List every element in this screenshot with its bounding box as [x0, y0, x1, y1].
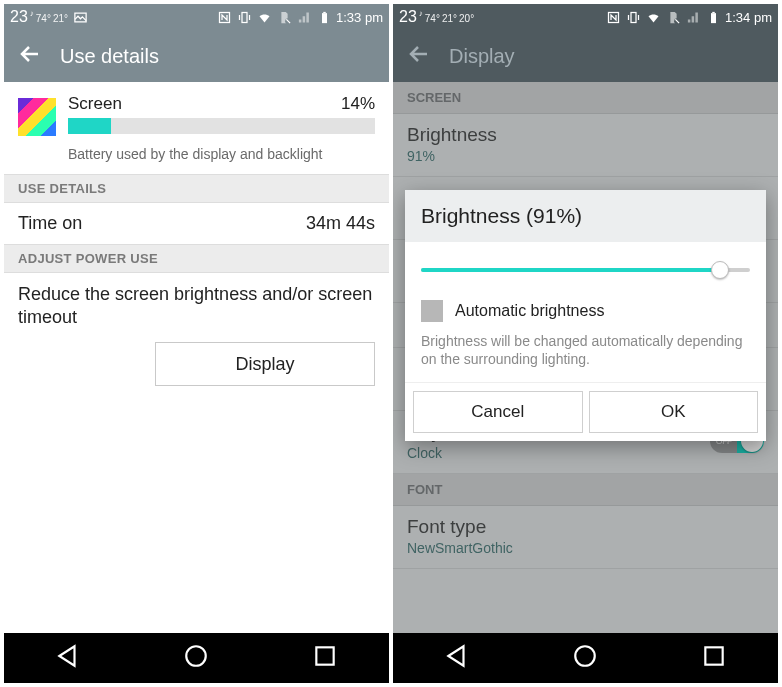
nav-recent-icon[interactable] — [312, 643, 338, 673]
nav-home-icon[interactable] — [572, 643, 598, 673]
time-on-row: Time on 34m 44s — [4, 203, 389, 244]
cancel-button[interactable]: Cancel — [413, 391, 583, 433]
back-icon[interactable] — [18, 42, 42, 71]
picture-icon — [72, 9, 88, 25]
svg-rect-5 — [323, 11, 326, 12]
vibrate-icon — [236, 9, 252, 25]
svg-point-13 — [576, 646, 596, 666]
brightness-dialog: Brightness (91%) Automatic brightness Br… — [405, 190, 766, 441]
brightness-slider[interactable] — [421, 268, 750, 272]
nfc-icon — [216, 9, 232, 25]
nav-back-icon[interactable] — [444, 643, 470, 673]
usage-bar — [68, 118, 375, 134]
slider-thumb[interactable] — [711, 261, 729, 279]
battery-icon — [316, 9, 332, 25]
vibrate-icon — [625, 9, 641, 25]
content: Screen14% Battery used by the display an… — [4, 82, 389, 633]
svg-rect-14 — [705, 647, 722, 664]
content: SCREEN Brightness91% S1 SRe A SSt Daydre… — [393, 82, 778, 633]
nav-bar — [4, 633, 389, 683]
wifi-icon — [256, 9, 272, 25]
advice-text: Reduce the screen brightness and/or scre… — [4, 273, 389, 332]
app-bar: Use details — [4, 30, 389, 82]
nav-home-icon[interactable] — [183, 643, 209, 673]
dialog-hint: Brightness will be changed automatically… — [421, 332, 750, 368]
nav-back-icon[interactable] — [55, 643, 81, 673]
phone-right: 23♪ 74° 21° 20° 1:34 pm Display SCREEN B… — [393, 4, 778, 683]
time-on-value: 34m 44s — [306, 213, 375, 234]
screen-percent: 14% — [341, 94, 375, 114]
signal-icon — [296, 9, 312, 25]
svg-rect-11 — [711, 13, 716, 23]
svg-rect-12 — [712, 11, 715, 12]
signal-icon — [685, 9, 701, 25]
back-icon[interactable] — [407, 42, 431, 71]
sim-off-icon — [276, 9, 292, 25]
dialog-title: Brightness (91%) — [405, 190, 766, 242]
sim-off-icon — [665, 9, 681, 25]
svg-rect-2 — [242, 12, 247, 22]
svg-rect-4 — [322, 13, 327, 23]
nfc-icon — [605, 9, 621, 25]
ok-button[interactable]: OK — [589, 391, 759, 433]
battery-icon — [705, 9, 721, 25]
display-button[interactable]: Display — [155, 342, 375, 386]
clock: 1:34 pm — [725, 10, 772, 25]
auto-brightness-row[interactable]: Automatic brightness — [421, 300, 750, 322]
appbar-title: Use details — [60, 45, 159, 68]
svg-rect-9 — [631, 12, 636, 22]
wifi-icon — [645, 9, 661, 25]
screen-app-icon — [18, 98, 56, 136]
auto-brightness-label: Automatic brightness — [455, 302, 604, 320]
appbar-title: Display — [449, 45, 515, 68]
status-bar: 23♪ 74° 21° 1:33 pm — [4, 4, 389, 30]
status-bar: 23♪ 74° 21° 20° 1:34 pm — [393, 4, 778, 30]
nav-bar — [393, 633, 778, 683]
phone-left: 23♪ 74° 21° 1:33 pm Use details Screen14… — [4, 4, 389, 683]
nav-recent-icon[interactable] — [701, 643, 727, 673]
screen-desc: Battery used by the display and backligh… — [4, 140, 389, 174]
app-bar: Display — [393, 30, 778, 82]
time-on-label: Time on — [18, 213, 82, 234]
temp-main: 23 — [10, 8, 28, 26]
auto-brightness-checkbox[interactable] — [421, 300, 443, 322]
svg-rect-7 — [316, 647, 333, 664]
section-adjust: ADJUST POWER USE — [4, 244, 389, 273]
clock: 1:33 pm — [336, 10, 383, 25]
usage-bar-fill — [68, 118, 111, 134]
screen-label: Screen — [68, 94, 122, 114]
section-use-details: USE DETAILS — [4, 174, 389, 203]
svg-point-6 — [187, 646, 207, 666]
